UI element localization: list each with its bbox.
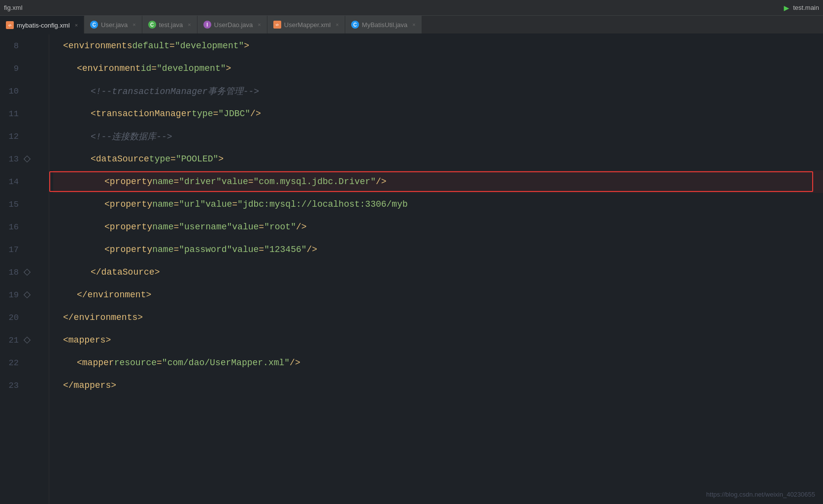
token-bracket: < (91, 109, 96, 119)
watermark: https://blog.csdn.net/weixin_40230655 (706, 491, 815, 498)
run-text: test.main (793, 4, 819, 11)
token-string: "development" (157, 63, 226, 73)
token-bracket: = (232, 199, 237, 209)
gutter-row-23: 23 (0, 374, 49, 397)
tab-close-mybatisutil-java[interactable]: × (412, 22, 415, 28)
gutter-row-20: 20 (0, 306, 49, 329)
token-string: "123456" (264, 245, 306, 254)
token-bracket: </ (63, 380, 74, 390)
gutter-row-14: 14 (0, 170, 49, 193)
gutter-row-11: 11 (0, 102, 49, 125)
tab-close-test-java[interactable]: × (188, 22, 191, 28)
token-tag: property (110, 222, 152, 232)
line-number-11: 11 (0, 109, 25, 119)
code-line-9: <environment id="development"> (53, 57, 823, 80)
gutter-row-15: 15 (0, 193, 49, 216)
tab-test-java[interactable]: Ctest.java× (142, 16, 198, 33)
tab-close-user-java[interactable]: × (132, 22, 135, 28)
tab-usermapper-xml[interactable]: ‹/›UserMapper.xml× (267, 16, 345, 33)
token-tag: property (110, 177, 152, 187)
tab-close-userdao-java[interactable]: × (258, 22, 261, 28)
token-comment: <!--连接数据库--> (91, 130, 172, 142)
tab-icon-userdao-java: I (203, 21, 211, 29)
gutter-row-18: 18 (0, 261, 49, 284)
token-tag: dataSource (101, 267, 155, 277)
token-bracket: < (77, 63, 82, 73)
line-number-15: 15 (0, 200, 25, 209)
code-line-13: <dataSource type="POOLED"> (53, 148, 823, 170)
tab-userdao-java[interactable]: IUserDao.java× (198, 16, 267, 33)
line-number-10: 10 (0, 87, 25, 96)
code-line-16: <property name="username" value="root"/> (53, 216, 823, 238)
code-line-17: <property name="password" value="123456"… (53, 238, 823, 261)
line-number-18: 18 (0, 268, 25, 277)
tab-user-java[interactable]: CUser.java× (84, 16, 142, 33)
gutter-row-17: 17 (0, 238, 49, 261)
token-tag: transactionManager (96, 109, 192, 119)
tab-icon-mybatisutil-java: C (351, 21, 359, 29)
token-string: "jdbc:mysql://localhost:3306/myb (237, 199, 408, 209)
token-string: "username" (179, 222, 232, 232)
tab-close-usermapper-xml[interactable]: × (335, 22, 338, 28)
tab-mybatis-config[interactable]: ‹/›mybatis-config.xml× (0, 16, 84, 33)
tab-icon-user-java: C (90, 21, 98, 29)
token-bracket: > (137, 313, 143, 322)
token-tag: dataSource (96, 154, 149, 164)
title-bar-right: ▶ test.main (784, 2, 819, 13)
code-line-15: <property name="url" value="jdbc:mysql:/… (53, 193, 823, 216)
run-icon[interactable]: ▶ (784, 2, 789, 13)
token-bracket: < (104, 199, 110, 209)
token-string: "driver" (179, 177, 221, 187)
token-bracket: = (157, 358, 162, 368)
gutter-row-13: 13 (0, 148, 49, 170)
fold-diamond-13[interactable] (24, 156, 31, 162)
token-bracket: = (259, 222, 264, 232)
tab-icon-mybatis-config: ‹/› (6, 21, 14, 29)
token-attr: value (222, 177, 248, 187)
token-bracket: = (151, 63, 157, 73)
token-bracket: /> (290, 358, 300, 368)
tab-label-mybatisutil-java: MyBatisUtil.java (362, 21, 407, 29)
token-string: "POOLED" (176, 154, 218, 164)
token-tag: property (110, 245, 152, 254)
line-number-13: 13 (0, 155, 25, 164)
token-string: "url" (179, 199, 205, 209)
token-attr: value (205, 199, 232, 209)
gutter-row-16: 16 (0, 216, 49, 238)
fold-diamond-21[interactable] (24, 337, 31, 344)
token-tag: mappers (68, 335, 106, 345)
line-number-23: 23 (0, 381, 25, 390)
token-bracket: > (105, 335, 111, 345)
line-number-21: 21 (0, 336, 25, 345)
gutter-row-12: 12 (0, 125, 49, 148)
code-line-12: <!--连接数据库--> (53, 125, 823, 148)
fold-diamond-18[interactable] (24, 269, 31, 276)
code-line-18: </dataSource> (53, 261, 823, 284)
tab-close-mybatis-config[interactable]: × (75, 22, 78, 28)
code-line-22: <mapper resource="com/dao/UserMapper.xml… (53, 351, 823, 374)
title-text: fig.xml (4, 4, 23, 11)
code-line-20: </environments> (53, 306, 823, 329)
tab-mybatisutil-java[interactable]: CMyBatisUtil.java× (345, 16, 422, 33)
code-line-8: <environments default="development"> (53, 34, 823, 57)
token-string: "JDBC" (218, 109, 250, 119)
token-bracket: = (259, 245, 264, 254)
gutter-row-22: 22 (0, 351, 49, 374)
token-tag: mappers (74, 380, 111, 390)
token-attr: value (232, 222, 259, 232)
token-bracket: /> (296, 222, 307, 232)
fold-diamond-19[interactable] (24, 291, 31, 298)
tab-label-test-java: test.java (159, 21, 183, 29)
token-bracket: = (169, 41, 175, 51)
token-bracket: < (63, 41, 68, 51)
token-attr: id (141, 63, 152, 73)
token-comment: <!--transactionManager事务管理--> (91, 85, 259, 97)
gutter-row-10: 10 (0, 80, 49, 102)
line-number-20: 20 (0, 313, 25, 322)
token-attr: type (149, 154, 170, 164)
line-number-14: 14 (0, 177, 25, 187)
tab-bar: ‹/›mybatis-config.xml×CUser.java×Ctest.j… (0, 16, 823, 34)
token-bracket: </ (63, 313, 74, 322)
code-line-23: </mappers> (53, 374, 823, 397)
token-attr: name (152, 177, 173, 187)
